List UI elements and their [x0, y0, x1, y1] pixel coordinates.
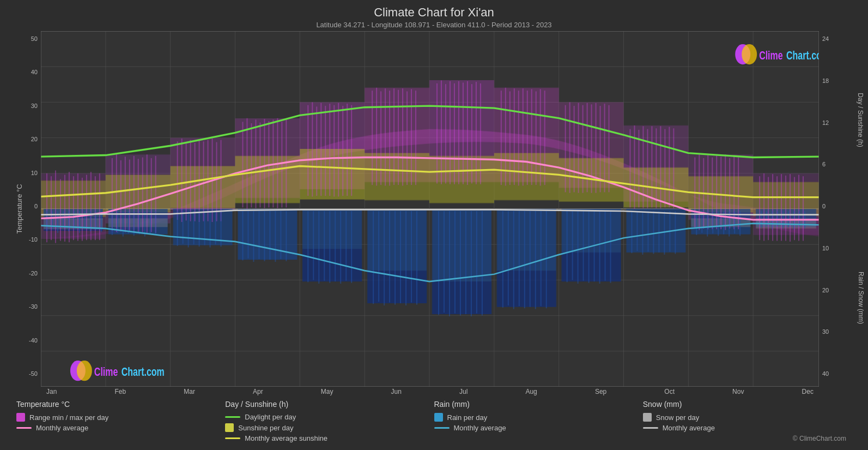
svg-text:Clime: Clime	[759, 49, 782, 62]
svg-rect-188	[716, 155, 717, 230]
svg-rect-279	[567, 211, 568, 282]
svg-rect-158	[536, 91, 537, 185]
svg-rect-141	[445, 84, 446, 183]
svg-rect-231	[210, 211, 211, 248]
svg-rect-235	[247, 211, 248, 258]
svg-rect-269	[482, 211, 483, 316]
legend-title-rain: Rain (mm)	[434, 400, 643, 409]
svg-rect-118	[312, 102, 313, 196]
svg-rect-162	[569, 102, 570, 193]
svg-rect-104	[216, 142, 217, 221]
svg-rect-247	[329, 211, 330, 283]
svg-rect-270	[502, 211, 503, 308]
svg-rect-289	[636, 211, 638, 251]
svg-rect-260	[416, 211, 417, 305]
legend-swatch-snow-day	[643, 413, 652, 422]
svg-rect-106	[242, 122, 243, 207]
svg-rect-203	[798, 175, 799, 241]
svg-rect-228	[193, 211, 195, 244]
svg-rect-73	[55, 170, 56, 243]
svg-rect-142	[450, 81, 451, 184]
legend-swatch-temp-avg	[16, 427, 32, 429]
svg-rect-255	[389, 211, 390, 303]
svg-rect-282	[583, 211, 584, 281]
sub-title: Latitude 34.271 - Longitude 108.971 - El…	[11, 21, 857, 29]
x-axis: Jan Feb Mar Apr May Jun Jul Aug Sep Oct …	[11, 388, 857, 395]
svg-rect-111	[264, 119, 265, 208]
svg-rect-225	[177, 211, 178, 246]
svg-rect-109	[255, 119, 256, 208]
svg-rect-290	[642, 211, 643, 255]
svg-rect-164	[578, 103, 579, 193]
svg-rect-182	[673, 128, 674, 208]
y-label-right-rain: Rain / Snow (mm)	[857, 272, 865, 324]
svg-rect-115	[281, 122, 282, 207]
svg-rect-195	[763, 173, 764, 241]
page-wrapper: Climate Chart for Xi'an Latitude 34.271 …	[0, 0, 868, 450]
month-sep: Sep	[595, 388, 606, 395]
svg-rect-165	[582, 105, 584, 193]
svg-rect-93	[151, 158, 152, 232]
svg-rect-95	[177, 141, 178, 220]
svg-rect-124	[338, 103, 339, 197]
svg-rect-281	[578, 211, 579, 284]
svg-rect-244	[313, 211, 314, 280]
month-may: May	[321, 388, 333, 395]
svg-rect-288	[631, 211, 632, 253]
legend-item-sunshine: Sunshine per day	[225, 423, 434, 432]
svg-rect-242	[286, 211, 287, 261]
svg-rect-171	[609, 105, 610, 193]
svg-rect-172	[629, 129, 630, 208]
svg-rect-199	[781, 174, 782, 241]
svg-rect-249	[340, 211, 341, 284]
legend-title-snow: Snow (mm)	[643, 400, 852, 409]
svg-rect-227	[188, 211, 189, 248]
svg-rect-128	[372, 91, 373, 185]
x-axis-labels: Jan Feb Mar Apr May Jun Jul Aug Sep Oct …	[41, 388, 819, 395]
svg-rect-286	[605, 211, 606, 281]
svg-rect-291	[647, 211, 648, 252]
svg-rect-146	[467, 81, 468, 185]
month-dec: Dec	[802, 388, 814, 395]
svg-rect-266	[465, 211, 466, 314]
svg-rect-251	[351, 211, 352, 283]
svg-rect-80	[86, 175, 87, 240]
copyright-text: © ClimeChart.com	[793, 435, 852, 442]
svg-rect-177	[651, 126, 652, 207]
svg-rect-120	[320, 103, 321, 196]
svg-rect-237	[258, 211, 259, 259]
legend-item-snow-avg: Monthly average	[643, 424, 852, 432]
svg-rect-189	[720, 157, 721, 229]
legend-swatch-sunshine-avg	[225, 437, 240, 439]
svg-rect-123	[333, 105, 335, 197]
legend-swatch-sunshine	[225, 423, 234, 432]
svg-rect-86	[120, 160, 122, 231]
svg-rect-194	[759, 176, 760, 240]
svg-rect-294	[664, 211, 665, 255]
svg-rect-127	[351, 105, 352, 196]
legend-col-snow: Snow (mm) Snow per day Monthly average ©…	[643, 400, 852, 442]
svg-rect-198	[776, 176, 778, 241]
svg-rect-98	[190, 140, 191, 221]
month-jul: Jul	[459, 388, 468, 395]
svg-rect-88	[129, 160, 130, 232]
svg-rect-233	[221, 211, 222, 247]
svg-rect-122	[329, 104, 330, 196]
svg-rect-132	[389, 91, 390, 185]
svg-rect-87	[125, 157, 126, 232]
legend-swatch-rain-day	[434, 413, 443, 422]
y-axis-left: Temperature °C 50 40 30 20 10 0 -10 -20 …	[11, 31, 41, 387]
svg-rect-261	[438, 211, 439, 315]
svg-rect-116	[286, 119, 287, 207]
month-apr: Apr	[253, 388, 263, 395]
month-jun: Jun	[391, 388, 402, 395]
svg-rect-102	[208, 140, 209, 221]
svg-rect-274	[524, 211, 525, 308]
legend-col-sunshine: Day / Sunshine (h) Daylight per day Suns…	[225, 400, 434, 442]
legend-item-rain-avg: Monthly average	[434, 424, 643, 432]
svg-rect-66	[562, 253, 621, 281]
legend-title-temperature: Temperature °C	[16, 400, 225, 409]
svg-rect-75	[64, 175, 65, 241]
svg-rect-262	[444, 211, 445, 313]
svg-rect-181	[669, 127, 670, 208]
